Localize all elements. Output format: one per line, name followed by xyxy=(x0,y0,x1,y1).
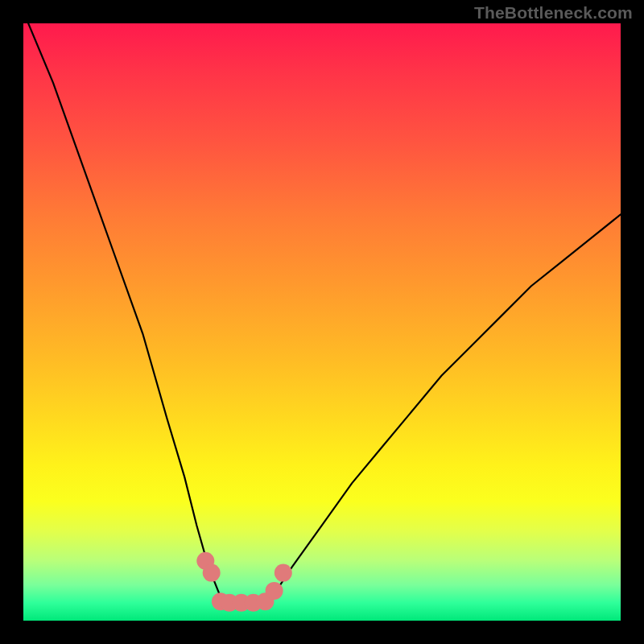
marker-point xyxy=(203,564,221,582)
highlighted-points xyxy=(196,552,291,612)
marker-point xyxy=(266,582,283,600)
bottleneck-curve xyxy=(23,23,621,603)
chart-svg xyxy=(23,23,621,621)
watermark-text: TheBottleneck.com xyxy=(474,3,633,23)
plot-area xyxy=(23,23,621,621)
marker-point xyxy=(275,564,292,582)
chart-frame: TheBottleneck.com xyxy=(0,0,644,644)
